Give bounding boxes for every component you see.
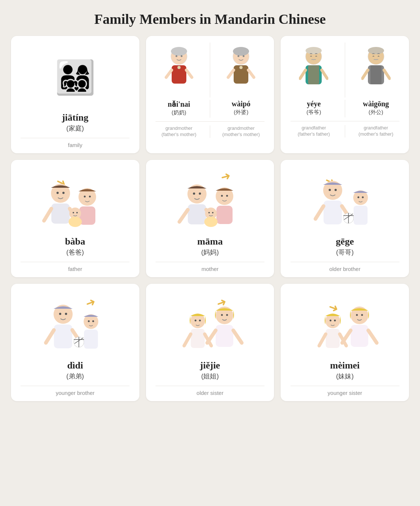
yeye-illustration bbox=[299, 43, 328, 98]
mother-pinyin: māma bbox=[197, 236, 223, 247]
svg-point-5 bbox=[178, 66, 180, 69]
page-title: Family Members in Mandarin Chinese bbox=[7, 7, 413, 27]
mother-label: mother bbox=[201, 266, 219, 272]
nainai-label-col: grandmother(father's mother) bbox=[150, 125, 208, 138]
svg-point-67 bbox=[358, 196, 359, 198]
svg-point-103 bbox=[356, 314, 358, 316]
svg-point-98 bbox=[334, 319, 336, 321]
mother-divider bbox=[156, 262, 264, 262]
didi-svg: ➜ bbox=[33, 292, 117, 359]
svg-rect-86 bbox=[191, 329, 205, 348]
card-family: 👨‍👩‍👧‍👦 jiātíng (家庭) family bbox=[11, 36, 139, 153]
grandmothers-illus-row bbox=[150, 43, 271, 98]
waigong-text-col: wàigōng (外公) bbox=[347, 100, 405, 117]
yeye-hanzi: (爷爷) bbox=[306, 109, 321, 116]
grandfathers-illus-row bbox=[284, 43, 405, 98]
didi-hanzi: (弟弟) bbox=[66, 372, 84, 381]
nainai-illus-col bbox=[150, 43, 208, 98]
waipo-hanzi: (外婆) bbox=[234, 109, 248, 116]
svg-rect-32 bbox=[51, 203, 70, 224]
grandmothers-v-divider3 bbox=[210, 125, 210, 138]
didi-label: younger brother bbox=[56, 390, 95, 396]
svg-rect-19 bbox=[308, 65, 319, 84]
svg-point-57 bbox=[204, 217, 218, 227]
svg-point-36 bbox=[84, 195, 85, 197]
svg-rect-99 bbox=[326, 329, 340, 348]
father-illustration: ➜ bbox=[15, 166, 136, 236]
nainai-hanzi: (奶奶) bbox=[172, 109, 186, 116]
father-pinyin: bàba bbox=[65, 236, 85, 247]
waipo-label: grandmother(mother's mother) bbox=[222, 125, 260, 138]
svg-rect-105 bbox=[351, 325, 368, 347]
svg-line-20 bbox=[300, 70, 306, 78]
svg-point-46 bbox=[199, 192, 201, 195]
didi-pinyin: dìdi bbox=[67, 360, 83, 371]
svg-point-37 bbox=[89, 195, 91, 197]
grandmothers-text-row: nǎi'nai (奶奶) wàipó (外婆) bbox=[150, 100, 271, 118]
svg-line-93 bbox=[207, 330, 216, 343]
father-svg: ➜ bbox=[33, 168, 117, 235]
svg-point-1 bbox=[171, 47, 187, 56]
family-divider bbox=[21, 138, 129, 138]
gege-label: older brother bbox=[329, 266, 361, 272]
yeye-illus-col bbox=[284, 43, 343, 98]
waigong-hanzi: (外公) bbox=[369, 109, 383, 116]
svg-line-94 bbox=[233, 330, 242, 343]
younger-brother-illustration: ➜ bbox=[15, 290, 136, 360]
grandfathers-v-divider3 bbox=[345, 125, 345, 138]
jiejie-divider bbox=[156, 386, 264, 386]
waipo-label-col: grandmother(mother's mother) bbox=[212, 125, 270, 138]
didi-divider bbox=[21, 386, 129, 386]
card-younger-sister: ➜ bbox=[281, 284, 409, 401]
svg-text:➜: ➜ bbox=[327, 300, 341, 315]
gege-hanzi: (哥哥) bbox=[336, 248, 354, 257]
svg-point-13 bbox=[240, 66, 242, 69]
waipo-svg bbox=[226, 46, 256, 94]
svg-point-85 bbox=[199, 319, 201, 321]
older-brother-illustration: ➜ bbox=[284, 166, 405, 236]
waigong-illus-col bbox=[347, 43, 405, 98]
family-illustration: 👨‍👩‍👧‍👦 bbox=[15, 43, 136, 112]
svg-rect-69 bbox=[354, 206, 368, 225]
svg-rect-25 bbox=[370, 65, 381, 84]
father-divider bbox=[21, 262, 129, 262]
yeye-svg bbox=[299, 46, 328, 94]
svg-line-106 bbox=[342, 330, 351, 343]
waipo-illus-col bbox=[212, 43, 270, 98]
mother-illustration: ➜ bbox=[150, 166, 271, 236]
waigong-label: grandfather(mother's father) bbox=[358, 125, 393, 138]
svg-rect-62 bbox=[324, 201, 342, 224]
svg-line-75 bbox=[46, 330, 54, 343]
card-grandmothers: nǎi'nai (奶奶) wàipó (外婆) grandmother(fath… bbox=[146, 36, 274, 153]
nainai-svg bbox=[164, 46, 194, 94]
jiejie-label: older sister bbox=[197, 390, 223, 396]
mother-svg: ➜ bbox=[168, 168, 252, 235]
yeye-text-col: yéye (爷爷) bbox=[284, 100, 343, 117]
waigong-label-col: grandfather(mother's father) bbox=[347, 125, 405, 138]
svg-line-6 bbox=[166, 70, 172, 77]
svg-line-48 bbox=[179, 210, 188, 222]
svg-point-97 bbox=[330, 319, 332, 321]
jiejie-pinyin: jiějie bbox=[200, 360, 220, 371]
father-hanzi: (爸爸) bbox=[66, 248, 84, 257]
svg-line-7 bbox=[186, 70, 192, 77]
svg-point-23 bbox=[368, 47, 384, 54]
svg-point-79 bbox=[88, 320, 90, 322]
family-pinyin: jiātíng bbox=[62, 112, 88, 123]
younger-sister-illustration: ➜ bbox=[284, 290, 405, 360]
svg-point-73 bbox=[65, 313, 67, 315]
nainai-text-col: nǎi'nai (奶奶) bbox=[150, 100, 208, 118]
mother-hanzi: (妈妈) bbox=[201, 248, 219, 257]
svg-line-26 bbox=[362, 70, 368, 78]
waigong-svg bbox=[361, 46, 391, 94]
family-label: family bbox=[68, 142, 82, 148]
nainai-pinyin: nǎi'nai bbox=[168, 100, 190, 109]
svg-text:➜: ➜ bbox=[219, 169, 232, 184]
svg-point-61 bbox=[335, 189, 337, 191]
gege-pinyin: gēge bbox=[336, 236, 354, 247]
svg-rect-81 bbox=[84, 330, 98, 349]
svg-point-104 bbox=[361, 314, 363, 316]
svg-point-40 bbox=[73, 212, 74, 213]
nainai-label: grandmother(father's mother) bbox=[161, 125, 196, 138]
grandmothers-label-row: grandmother(father's mother) grandmother… bbox=[150, 125, 271, 138]
